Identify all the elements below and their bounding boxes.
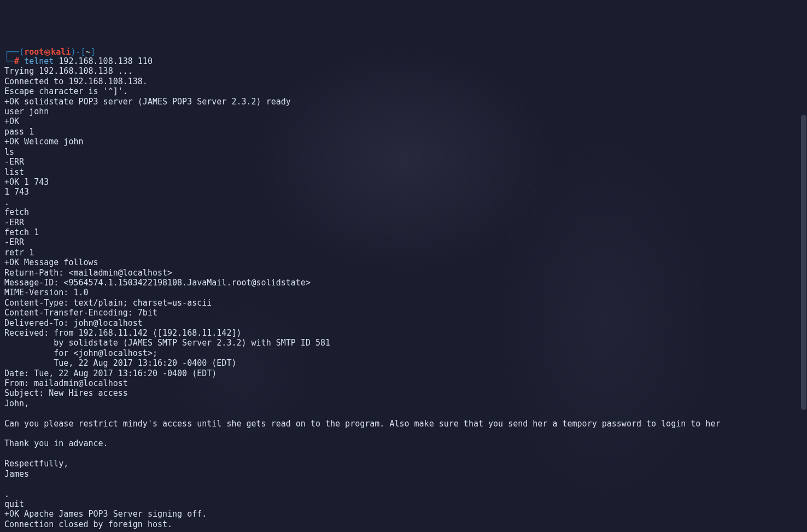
output-line: user john xyxy=(4,107,803,116)
output-line: Return-Path: <mailadmin@localhost> xyxy=(4,268,803,278)
prompt-cwd: ~ xyxy=(85,47,90,57)
box-corner-top-icon: ┌── xyxy=(4,47,19,57)
prompt-user: root xyxy=(24,47,44,57)
output-line: James xyxy=(4,469,803,479)
output-line: +OK xyxy=(4,116,803,126)
output-line: by solidstate (JAMES SMTP Server 2.3.2) … xyxy=(4,338,803,348)
output-line: Trying 192.168.108.138 ... xyxy=(4,66,803,76)
output-line: Respectfully, xyxy=(4,459,803,469)
output-line: -ERR xyxy=(4,157,803,167)
output-line: Date: Tue, 22 Aug 2017 13:16:20 -0400 (E… xyxy=(4,369,803,378)
output-line: Message-ID: <9564574.1.1503422198108.Jav… xyxy=(4,278,803,288)
paren-open: ( xyxy=(19,47,24,57)
bracket-close: ] xyxy=(91,47,96,57)
output-line: list xyxy=(4,167,803,177)
output-line xyxy=(4,408,803,418)
output-line: Thank you in advance. xyxy=(4,439,803,448)
output-line: quit xyxy=(4,499,803,509)
terminal-output[interactable]: ┌──(root㉿kali)-[~]└─# telnet 192.168.108… xyxy=(4,46,803,530)
output-line xyxy=(4,429,803,439)
output-line: John, xyxy=(4,399,803,408)
output-line: Content-Type: text/plain; charset=us-asc… xyxy=(4,298,803,308)
box-corner-bottom-icon: └─ xyxy=(4,56,14,66)
command-args: 192.168.108.138 110 xyxy=(59,56,153,66)
output-line: Content-Transfer-Encoding: 7bit xyxy=(4,308,803,318)
output-line: Connection closed by foreign host. xyxy=(4,519,803,529)
output-line: 1 743 xyxy=(4,187,803,197)
output-line: +OK Message follows xyxy=(4,258,803,267)
output-line: fetch 1 xyxy=(4,227,803,237)
output-line: Can you please restrict mindy's access u… xyxy=(4,419,803,429)
prompt-line-2: └─# telnet 192.168.108.138 110 xyxy=(4,56,803,66)
output-line: . xyxy=(4,489,803,499)
prompt-host: kali xyxy=(51,47,71,57)
output-line: From: mailadmin@localhost xyxy=(4,378,803,388)
output-line: pass 1 xyxy=(4,127,803,137)
output-line: Escape character is '^]'. xyxy=(4,86,803,96)
output-line: MIME-Version: 1.0 xyxy=(4,288,803,297)
output-line xyxy=(4,449,803,459)
output-line: ls xyxy=(4,147,803,157)
output-line: for <john@localhost>; xyxy=(4,348,803,358)
output-line: Subject: New Hires access xyxy=(4,388,803,398)
output-line xyxy=(4,479,803,489)
output-line: Received: from 192.168.11.142 ([192.168.… xyxy=(4,328,803,338)
scrollbar-thumb[interactable] xyxy=(801,115,806,410)
output-line: -ERR xyxy=(4,218,803,227)
prompt-line-1: ┌──(root㉿kali)-[~] xyxy=(4,47,803,57)
output-line: . xyxy=(4,197,803,207)
output-line: fetch xyxy=(4,207,803,217)
output-line: +OK Apache James POP3 Server signing off… xyxy=(4,509,803,519)
prompt-hash: # xyxy=(14,56,19,66)
output-line: Delivered-To: john@localhost xyxy=(4,318,803,328)
output-line: Tue, 22 Aug 2017 13:16:20 -0400 (EDT) xyxy=(4,358,803,368)
command-name: telnet xyxy=(24,56,54,66)
output-line: +OK solidstate POP3 server (JAMES POP3 S… xyxy=(4,97,803,107)
output-line: +OK 1 743 xyxy=(4,177,803,187)
output-line: retr 1 xyxy=(4,248,803,258)
output-line: -ERR xyxy=(4,237,803,247)
output-line: +OK Welcome john xyxy=(4,137,803,147)
skull-icon: ㉿ xyxy=(44,48,51,56)
output-line: Connected to 192.168.108.138. xyxy=(4,77,803,86)
